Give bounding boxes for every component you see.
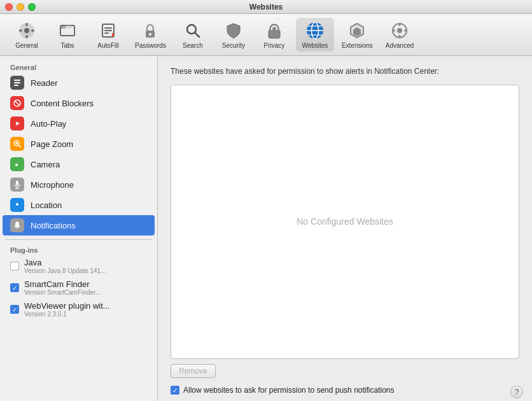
websites-icon (305, 20, 325, 41)
autofill-icon (98, 20, 118, 41)
toolbar-label-websites: Websites (302, 42, 328, 49)
privacy-icon (264, 20, 284, 41)
close-button[interactable] (5, 3, 13, 11)
toolbar-item-privacy[interactable]: Privacy (255, 18, 293, 52)
maximize-button[interactable] (28, 3, 36, 11)
help-button[interactable]: ? (510, 386, 523, 398)
toolbar-item-tabs[interactable]: Tabs (48, 18, 87, 52)
java-name: Java (24, 258, 106, 267)
notifications-label: Notifications (31, 221, 76, 230)
svg-rect-29 (404, 30, 407, 32)
content-description: These websites have asked for permission… (171, 66, 519, 77)
svg-rect-2 (26, 23, 28, 26)
webviewer-checkbox[interactable] (10, 305, 19, 314)
location-label: Location (31, 200, 62, 210)
svg-rect-3 (26, 35, 28, 38)
svg-point-43 (15, 164, 18, 166)
toolbar-label-security: Security (222, 42, 245, 49)
svg-line-38 (18, 145, 21, 148)
smartcam-name: SmartCam Finder (24, 279, 101, 289)
sidebar-item-microphone[interactable]: Microphone (0, 174, 157, 195)
passwords-icon (140, 20, 160, 41)
reader-icon (10, 76, 24, 90)
search-icon (183, 20, 203, 41)
sidebar-divider (5, 239, 152, 240)
sidebar-item-location[interactable]: Location (0, 195, 157, 215)
toolbar-item-security[interactable]: Security (214, 18, 253, 52)
sidebar-item-auto-play[interactable]: Auto-Play (0, 113, 157, 134)
plugin-item-smartcam[interactable]: SmartCam Finder Version SmartCamFinder..… (0, 277, 157, 299)
toolbar-item-passwords[interactable]: Passwords (130, 18, 171, 52)
autoplay-icon (10, 116, 24, 130)
main-content: General Reader Content Blockers (0, 56, 532, 401)
toolbar-item-extensions[interactable]: Extensions (337, 18, 378, 52)
svg-rect-44 (16, 181, 18, 185)
pagezoom-icon (10, 137, 24, 151)
webviewer-version: Version 2.3.0.1 (24, 311, 110, 318)
svg-rect-32 (14, 85, 18, 86)
checkbox-row: Allow websites to ask for permission to … (171, 386, 519, 395)
sidebar-item-reader[interactable]: Reader (0, 73, 157, 93)
java-info: Java Version Java 8 Update 141... (24, 258, 106, 274)
java-checkbox[interactable] (10, 262, 19, 271)
tabs-icon (57, 20, 78, 41)
svg-rect-5 (31, 30, 34, 32)
toolbar-item-advanced[interactable]: Advanced (381, 18, 419, 52)
microphone-label: Microphone (31, 180, 74, 190)
svg-point-25 (397, 28, 402, 33)
content-blockers-icon (10, 96, 24, 110)
smartcam-info: SmartCam Finder Version SmartCamFinder..… (24, 279, 101, 296)
sidebar-item-page-zoom[interactable]: Page Zoom (0, 134, 157, 154)
minimize-button[interactable] (17, 3, 24, 11)
toolbar-item-search[interactable]: Search (174, 18, 212, 52)
page-zoom-label: Page Zoom (31, 139, 73, 149)
sidebar-item-notifications[interactable]: Notifications (3, 215, 155, 236)
title-bar: Websites (0, 0, 532, 14)
advanced-icon (389, 20, 410, 41)
svg-rect-4 (19, 30, 22, 32)
location-icon (10, 198, 24, 212)
camera-label: Camera (31, 160, 60, 169)
smartcam-checkbox[interactable] (10, 283, 19, 292)
microphone-icon (10, 178, 24, 192)
general-icon (17, 20, 37, 41)
plugin-item-java[interactable]: Java Version Java 8 Update 141... (0, 255, 157, 277)
toolbar-label-autofill: AutoFill (97, 42, 118, 49)
plugin-item-webviewer[interactable]: WebViewer plugin wit... Version 2.3.0.1 (0, 299, 157, 320)
svg-rect-7 (60, 25, 66, 29)
toolbar-label-search: Search (183, 42, 203, 49)
remove-button[interactable]: Remove (171, 364, 216, 378)
svg-rect-26 (399, 24, 401, 26)
svg-rect-8 (66, 25, 71, 29)
svg-point-47 (16, 203, 18, 206)
webviewer-name: WebViewer plugin wit... (24, 301, 110, 311)
toolbar-label-tabs: Tabs (60, 42, 74, 49)
toolbar-label-passwords: Passwords (135, 42, 166, 49)
webviewer-info: WebViewer plugin wit... Version 2.3.0.1 (24, 301, 110, 318)
toolbar-item-general[interactable]: General (8, 18, 46, 52)
svg-marker-42 (20, 163, 22, 167)
sidebar-item-camera[interactable]: Camera (0, 154, 157, 174)
sidebar-item-content-blockers[interactable]: Content Blockers (0, 93, 157, 113)
security-icon (223, 20, 244, 41)
extensions-icon (347, 20, 367, 41)
svg-rect-11 (104, 30, 112, 31)
sidebar-plugins-label: Plug-ins (0, 244, 157, 255)
toolbar-item-websites[interactable]: Websites (296, 18, 334, 52)
svg-rect-31 (14, 82, 20, 83)
svg-point-16 (149, 33, 151, 36)
svg-rect-27 (399, 35, 401, 38)
smartcam-version: Version SmartCamFinder... (24, 289, 101, 296)
no-configured-text: No Configured Websites (297, 216, 393, 227)
toolbar-label-advanced: Advanced (386, 42, 414, 49)
svg-line-18 (195, 32, 199, 37)
camera-icon (10, 157, 24, 171)
button-row: Remove (171, 364, 519, 378)
toolbar-item-autofill[interactable]: AutoFill (89, 18, 127, 52)
reader-label: Reader (31, 78, 58, 88)
content-area: These websites have asked for permission… (158, 56, 532, 401)
content-blockers-label: Content Blockers (31, 99, 94, 108)
toolbar-label-general: General (15, 42, 38, 49)
svg-rect-30 (14, 80, 20, 81)
push-notifications-checkbox[interactable] (171, 386, 179, 395)
